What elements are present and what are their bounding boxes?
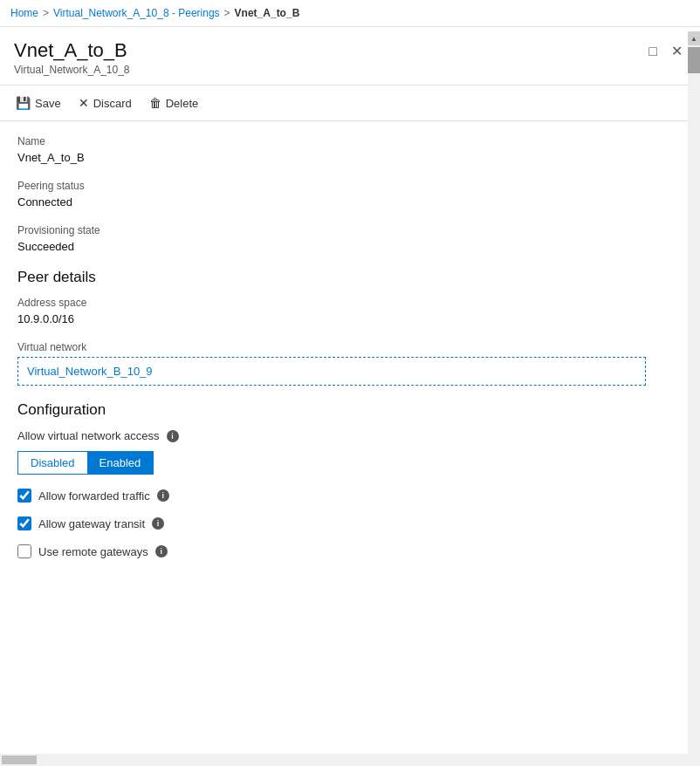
provisioning-value: Succeeded	[17, 240, 683, 253]
page-subtitle: Virtual_Network_A_10_8	[14, 64, 130, 76]
bottom-scrollbar	[0, 754, 688, 766]
name-value: Vnet_A_to_B	[17, 151, 683, 164]
gateway-transit-checkbox[interactable]	[17, 516, 31, 530]
breadcrumb: Home > Virtual_Network_A_10_8 - Peerings…	[0, 0, 700, 27]
toggle-group: Disabled Enabled	[17, 451, 154, 475]
bottom-scroll-thumb[interactable]	[2, 756, 37, 764]
scroll-thumb[interactable]	[688, 47, 700, 73]
virtual-network-field-group: Virtual network Virtual_Network_B_10_9	[17, 341, 683, 386]
header-left: Vnet_A_to_B Virtual_Network_A_10_8	[14, 39, 130, 76]
breadcrumb-sep2: >	[224, 7, 230, 19]
save-label: Save	[35, 97, 61, 110]
gateway-transit-row: Allow gateway transit i	[17, 516, 683, 530]
page-title: Vnet_A_to_B	[14, 39, 130, 62]
remote-gateways-label: Use remote gateways	[38, 545, 148, 558]
delete-icon: 🗑	[149, 96, 161, 110]
address-space-label: Address space	[17, 297, 683, 309]
discard-button[interactable]: ✕ Discard	[77, 92, 134, 113]
address-space-field-group: Address space 10.9.0.0/16	[17, 297, 683, 325]
gateway-transit-label: Allow gateway transit	[38, 517, 145, 530]
virtual-network-label: Virtual network	[17, 341, 683, 353]
save-button[interactable]: 💾 Save	[14, 92, 63, 113]
main-content: Name Vnet_A_to_B Peering status Connecte…	[0, 121, 700, 741]
breadcrumb-sep1: >	[43, 7, 49, 19]
provisioning-label: Provisioning state	[17, 224, 683, 236]
right-scrollbar: ▲ ▼	[688, 31, 700, 766]
remote-gateways-checkbox[interactable]	[17, 544, 31, 558]
forwarded-traffic-row: Allow forwarded traffic i	[17, 489, 683, 503]
access-label: Allow virtual network access	[17, 429, 160, 442]
name-field-group: Name Vnet_A_to_B	[17, 135, 683, 164]
minimize-button[interactable]: □	[645, 40, 661, 63]
remote-gateways-row: Use remote gateways i	[17, 544, 683, 558]
delete-button[interactable]: 🗑 Delete	[148, 92, 201, 113]
peering-status-field-group: Peering status Connected	[17, 180, 683, 209]
save-icon: 💾	[16, 96, 31, 110]
access-row: Allow virtual network access i	[17, 429, 683, 442]
remote-gateways-info-icon[interactable]: i	[155, 545, 168, 557]
breadcrumb-current: Vnet_A_to_B	[235, 7, 300, 19]
disabled-toggle-button[interactable]: Disabled	[18, 452, 87, 474]
peering-status-value: Connected	[17, 195, 683, 209]
breadcrumb-peerings[interactable]: Virtual_Network_A_10_8 - Peerings	[53, 7, 220, 19]
name-label: Name	[17, 135, 683, 147]
configuration-title: Configuration	[17, 401, 683, 419]
delete-label: Delete	[166, 97, 199, 110]
discard-label: Discard	[93, 97, 132, 110]
virtual-network-input[interactable]: Virtual_Network_B_10_9	[17, 357, 646, 386]
gateway-info-icon[interactable]: i	[152, 517, 164, 530]
discard-icon: ✕	[79, 96, 89, 110]
breadcrumb-home[interactable]: Home	[10, 7, 38, 19]
toolbar: 💾 Save ✕ Discard 🗑 Delete	[0, 85, 700, 121]
configuration-section: Configuration Allow virtual network acce…	[17, 401, 683, 558]
forwarded-traffic-label: Allow forwarded traffic	[38, 489, 150, 503]
peering-status-label: Peering status	[17, 180, 683, 192]
provisioning-field-group: Provisioning state Succeeded	[17, 224, 683, 253]
header: Vnet_A_to_B Virtual_Network_A_10_8 □ ✕	[0, 27, 700, 85]
enabled-toggle-button[interactable]: Enabled	[87, 452, 154, 474]
address-space-value: 10.9.0.0/16	[17, 312, 683, 325]
close-button[interactable]: ✕	[668, 39, 686, 63]
access-info-icon[interactable]: i	[167, 430, 179, 442]
peer-details-title: Peer details	[17, 269, 683, 286]
scroll-up-button[interactable]: ▲	[688, 31, 700, 45]
forwarded-info-icon[interactable]: i	[157, 489, 169, 502]
forwarded-traffic-checkbox[interactable]	[17, 489, 31, 503]
header-controls: □ ✕	[645, 39, 686, 63]
